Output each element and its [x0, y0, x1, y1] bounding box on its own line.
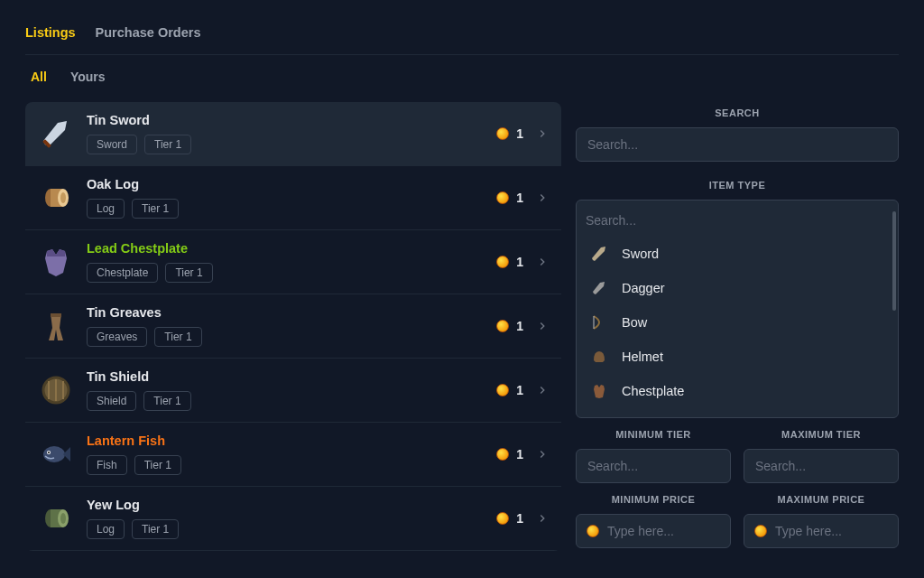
item-tag: Tier 1: [132, 199, 179, 219]
svg-point-5: [60, 192, 66, 203]
item-type-option[interactable]: Bow: [584, 305, 891, 340]
item-name: Lead Chestplate: [87, 241, 484, 256]
item-type-search-input[interactable]: [584, 208, 891, 237]
svg-point-12: [43, 446, 65, 462]
item-price: 1: [496, 511, 523, 526]
item-type-option[interactable]: Helmet: [584, 340, 891, 374]
item-price: 1: [496, 319, 523, 333]
log-icon: [38, 180, 74, 216]
svg-marker-20: [592, 247, 605, 261]
item-price: 1: [496, 447, 523, 461]
list-item[interactable]: Tin Sword Sword Tier 1 1: [25, 102, 561, 166]
item-name: Yew Log: [87, 498, 484, 512]
filters-panel: SEARCH ITEM TYPE Sword Dagger: [576, 102, 899, 548]
item-name: Tin Shield: [87, 369, 484, 384]
filter-label-search: SEARCH: [576, 107, 899, 118]
min-tier-input[interactable]: [576, 449, 731, 483]
coin-icon: [587, 525, 599, 537]
list-item[interactable]: Tin Shield Shield Tier 1 1: [25, 359, 561, 423]
coin-icon: [496, 448, 509, 461]
item-type-panel: Sword Dagger Bow Helmet: [576, 200, 899, 418]
filter-label-min-tier: MINIMUM TIER: [576, 429, 731, 440]
item-price: 1: [496, 383, 523, 397]
svg-rect-6: [51, 313, 61, 317]
svg-point-19: [60, 513, 66, 524]
item-type-option[interactable]: Chestplate: [584, 374, 891, 408]
item-tag: Tier 1: [132, 519, 179, 539]
gauntlets-icon: [589, 415, 609, 417]
dagger-icon: [589, 278, 609, 298]
item-price: 1: [496, 191, 523, 205]
item-name: Tin Sword: [87, 113, 484, 127]
item-type-list: Sword Dagger Bow Helmet: [584, 237, 891, 417]
item-type-option[interactable]: Gauntlets: [584, 408, 891, 417]
subtab-yours[interactable]: Yours: [70, 70, 106, 84]
list-item[interactable]: Lead Chestplate Chestplate Tier 1 1: [25, 230, 561, 294]
item-tag: Sword: [87, 135, 137, 154]
chevron-right-icon: [536, 384, 549, 396]
search-input[interactable]: [576, 127, 899, 162]
coin-icon: [496, 256, 509, 268]
filter-label-max-price: MAXIMUM PRICE: [744, 494, 899, 505]
chevron-right-icon: [536, 512, 549, 525]
item-tag: Shield: [87, 391, 136, 411]
svg-marker-21: [593, 282, 605, 294]
item-price: 1: [496, 255, 523, 269]
item-tag: Log: [87, 519, 125, 539]
svg-marker-13: [63, 447, 70, 461]
primary-tabs: Listings Purchase Orders: [25, 0, 899, 54]
coin-icon: [496, 384, 509, 396]
item-name: Oak Log: [87, 177, 484, 191]
coin-icon: [496, 127, 509, 140]
item-tag: Fish: [87, 455, 127, 475]
coin-icon: [496, 191, 509, 204]
chestplate-icon: [38, 244, 74, 280]
sword-icon: [589, 244, 609, 264]
item-tag: Greaves: [87, 327, 147, 347]
item-name: Lantern Fish: [87, 434, 484, 448]
list-item[interactable]: Oak Log Log Tier 1 1: [25, 166, 561, 230]
tab-purchase-orders[interactable]: Purchase Orders: [96, 25, 201, 40]
filter-label-max-tier: MAXIMUM TIER: [744, 429, 899, 440]
svg-point-15: [48, 452, 50, 453]
helmet-icon: [589, 347, 609, 367]
greaves-icon: [38, 308, 74, 344]
listings-list: Tin Sword Sword Tier 1 1: [25, 102, 561, 551]
log-icon: [38, 500, 74, 536]
coin-icon: [496, 512, 509, 525]
item-name: Tin Greaves: [87, 305, 484, 320]
subtab-all[interactable]: All: [31, 70, 47, 84]
fish-icon: [38, 436, 74, 472]
item-type-option[interactable]: Sword: [584, 237, 891, 271]
item-tag: Tier 1: [143, 391, 190, 411]
item-price: 1: [496, 126, 523, 141]
item-type-option[interactable]: Dagger: [584, 271, 891, 305]
chevron-right-icon: [536, 320, 549, 332]
item-tag: Log: [87, 199, 125, 219]
list-item[interactable]: Yew Log Log Tier 1 1: [25, 487, 561, 551]
filter-label-item-type: ITEM TYPE: [576, 180, 899, 191]
secondary-tabs: All Yours: [25, 55, 899, 84]
item-tag: Tier 1: [144, 135, 191, 154]
chevron-right-icon: [536, 448, 549, 461]
scrollbar[interactable]: [892, 211, 896, 311]
max-tier-input[interactable]: [744, 449, 899, 483]
tab-listings[interactable]: Listings: [25, 25, 76, 40]
item-tag: Tier 1: [154, 327, 201, 347]
item-tag: Tier 1: [165, 263, 212, 283]
item-tag: Tier 1: [134, 455, 181, 475]
shield-icon: [38, 372, 74, 408]
filter-label-min-price: MINIMUM PRICE: [576, 494, 731, 505]
chestplate-icon: [589, 381, 609, 401]
bow-icon: [589, 312, 609, 332]
list-item[interactable]: Lantern Fish Fish Tier 1 1: [25, 423, 561, 487]
sword-icon: [38, 116, 74, 152]
chevron-right-icon: [536, 127, 549, 140]
item-tag: Chestplate: [87, 263, 158, 283]
coin-icon: [496, 320, 509, 332]
chevron-right-icon: [536, 191, 549, 204]
coin-icon: [754, 525, 767, 537]
chevron-right-icon: [536, 256, 549, 268]
list-item[interactable]: Tin Greaves Greaves Tier 1 1: [25, 294, 561, 359]
